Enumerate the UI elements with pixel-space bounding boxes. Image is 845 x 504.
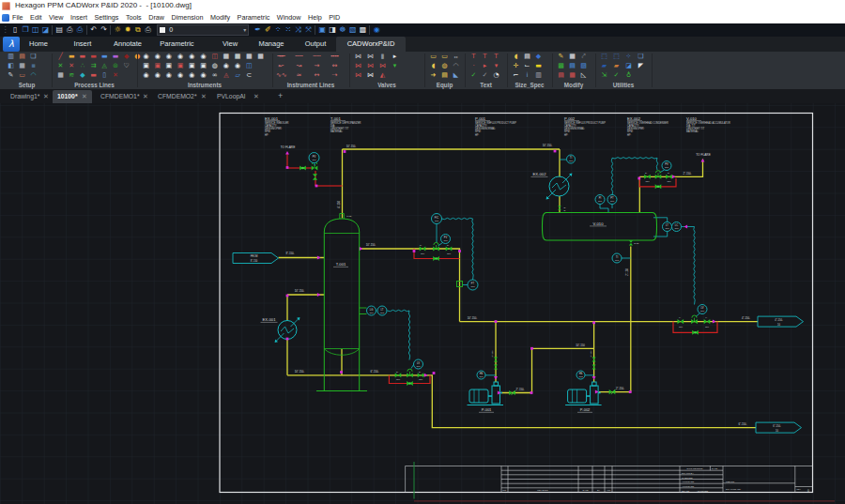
- plot-icon[interactable]: ⎙: [75, 23, 85, 37]
- ribbon-button-size-spec-1-1[interactable]: ⌙: [522, 62, 532, 70]
- ribbon-button-process-lines-0-0[interactable]: ╱: [55, 53, 66, 61]
- layer-on-icon[interactable]: ☼: [113, 23, 123, 37]
- ribbon-button-instruments-0-9[interactable]: ▦: [244, 53, 254, 61]
- print-icon[interactable]: ⎙: [65, 23, 75, 37]
- ribbon-button-instruments-1-3[interactable]: ▣: [176, 62, 186, 70]
- equipment-vessel-v-010[interactable]: V-010: [543, 213, 657, 241]
- edit-polyline-icon[interactable]: ✐: [263, 23, 273, 37]
- ribbon-button-process-lines-2-4[interactable]: ▯: [100, 71, 110, 80]
- ribbon-button-equip-0-0[interactable]: ▭: [428, 53, 438, 61]
- ribbon-button-process-lines-1-1[interactable]: ✕: [67, 62, 77, 70]
- ribbon-button-instruments-1-1[interactable]: ▣: [152, 62, 162, 70]
- valve-gate[interactable]: [446, 246, 453, 251]
- ribbon-button-modify-1-2[interactable]: ▨: [578, 62, 589, 70]
- ribbon-button-valves-1-0[interactable]: ⋈: [353, 62, 363, 70]
- menu-item-pid[interactable]: PID: [329, 12, 340, 23]
- instrument-bubble-lc-100[interactable]: LC100: [672, 222, 682, 232]
- ribbon-button-instruments-1-8[interactable]: ◉: [233, 62, 243, 70]
- instrument-bubble-lg-101[interactable]: LG101: [367, 306, 376, 315]
- chevron-down-icon[interactable]: ▾: [243, 25, 246, 35]
- ribbon-button-valves-0-2[interactable]: ▮: [377, 53, 388, 61]
- valve-glob[interactable]: [407, 381, 413, 386]
- ribbon-button-instrument-lines-0-2[interactable]: ┄┄: [312, 53, 322, 61]
- match-properties-icon[interactable]: ✒: [253, 23, 263, 37]
- ribbon-button-instruments-0-3[interactable]: ◉: [176, 53, 186, 61]
- drawing-canvas-area[interactable]: DWG RECORDDATEDRAWN BYCHECKEDAPPROVEDAPP…: [0, 103, 845, 504]
- valve-ctrl[interactable]: [691, 315, 698, 324]
- ribbon-button-process-lines-2-2[interactable]: ◆: [77, 71, 87, 80]
- sheet-icon[interactable]: ▧: [347, 23, 358, 37]
- ribbon-button-instrument-lines-0-1[interactable]: ╌╌: [294, 53, 304, 61]
- offpage-connector-0[interactable]: FROM8"-150: [233, 253, 279, 264]
- ribbon-tab-parametric[interactable]: Parametric: [154, 37, 200, 52]
- ribbon-button-text-1-1[interactable]: ▸: [480, 62, 490, 70]
- redo-icon[interactable]: ↷: [99, 23, 109, 37]
- ribbon-tab-output[interactable]: Output: [298, 37, 333, 52]
- ribbon-button-process-lines-1-5[interactable]: ⊛: [111, 62, 121, 70]
- ribbon-button-setup-0-0[interactable]: ▥: [6, 53, 16, 61]
- settings-link-icon[interactable]: ☸: [338, 23, 348, 37]
- ribbon-button-setup-2-0[interactable]: ✎: [6, 71, 16, 80]
- instrument-bubble-lt-101[interactable]: LT101: [377, 306, 387, 315]
- ribbon-button-setup-0-1[interactable]: ▤: [17, 53, 27, 61]
- instrument-bubble-lv-100[interactable]: LV100: [698, 305, 707, 314]
- valve-ctrl[interactable]: [655, 171, 662, 179]
- instrument-bubble-fic-101[interactable]: FIC101: [432, 214, 442, 224]
- ribbon-button-valves-2-2[interactable]: ◭: [377, 71, 388, 80]
- ribbon-button-instrument-lines-1-1[interactable]: ↝: [294, 62, 304, 70]
- valve-gate[interactable]: [418, 373, 424, 377]
- ribbon-button-text-2-1[interactable]: ✓: [480, 71, 490, 80]
- ribbon-button-instruments-0-1[interactable]: ◉: [152, 53, 162, 61]
- instrument-bubble-lv-101[interactable]: LV101: [414, 359, 423, 369]
- ribbon-button-size-spec-0-2[interactable]: ◆: [533, 53, 544, 61]
- ribbon-button-valves-0-1[interactable]: ⋈: [365, 53, 376, 61]
- ribbon-button-modify-0-2[interactable]: ⤤: [578, 53, 589, 61]
- process-lines[interactable]: [279, 149, 759, 428]
- valve-glob[interactable]: [433, 256, 439, 261]
- close-tab-icon[interactable]: ✕: [201, 93, 207, 99]
- ribbon-tab-cadworxp-id[interactable]: CADWorxP&ID: [336, 37, 406, 52]
- ribbon-button-text-2-0[interactable]: ✓: [469, 71, 479, 80]
- valve-glob[interactable]: [655, 184, 662, 189]
- menu-item-settings[interactable]: Settings: [94, 12, 118, 23]
- offpage-connector-2[interactable]: 6"-150-10: [756, 422, 802, 433]
- ribbon-button-valves-2-1[interactable]: ⋈: [365, 71, 376, 80]
- ribbon-button-instruments-2-7[interactable]: ◬: [221, 71, 231, 80]
- valve-ctrl[interactable]: [407, 369, 413, 377]
- ribbon-button-utilities-0-3[interactable]: ❏: [636, 53, 646, 61]
- menu-item-insert[interactable]: Insert: [70, 12, 87, 23]
- ribbon-button-size-spec-2-1[interactable]: i: [522, 71, 532, 80]
- ribbon-button-instrument-lines-1-0[interactable]: ↜: [276, 62, 286, 70]
- ribbon-button-instruments-1-2[interactable]: ▣: [163, 62, 174, 70]
- instrument-bubble-pv-100[interactable]: PV100: [662, 161, 671, 171]
- valve-gate[interactable]: [494, 364, 498, 369]
- new-drawing-tab-button[interactable]: +: [278, 92, 283, 100]
- ribbon-tab-annotate[interactable]: Annotate: [106, 37, 149, 52]
- ribbon-button-instruments-1-6[interactable]: ◍: [209, 62, 220, 70]
- application-button[interactable]: λ: [3, 37, 20, 52]
- ribbon-button-size-spec-1-0[interactable]: ✛: [511, 62, 521, 70]
- ribbon-button-text-1-2[interactable]: ▾: [491, 62, 501, 70]
- valve-gate[interactable]: [558, 206, 561, 209]
- ribbon-button-setup-1-0[interactable]: ◧: [6, 62, 16, 70]
- ribbon-button-modify-0-1[interactable]: ▦: [567, 53, 577, 61]
- ribbon-button-process-lines-0-4[interactable]: ▬: [100, 53, 110, 61]
- ribbon-button-process-lines-1-6[interactable]: ♡: [121, 62, 131, 70]
- equipment-pump-p-002[interactable]: P-002: [565, 382, 602, 412]
- layer-plot-icon[interactable]: ⎙: [143, 23, 153, 37]
- ribbon-button-process-lines-1-4[interactable]: ◬: [100, 62, 110, 70]
- save-as-icon[interactable]: ◪: [40, 23, 51, 37]
- drawing-tab-pvloopal-label[interactable]: PVLoopAl: [217, 93, 245, 99]
- ribbon-button-equip-2-2[interactable]: ◣: [451, 71, 461, 80]
- valve-gate[interactable]: [494, 357, 498, 361]
- ribbon-button-modify-1-0[interactable]: ▩: [556, 62, 566, 70]
- ribbon-button-size-spec-2-2[interactable]: ▥: [533, 71, 544, 80]
- ribbon-button-instruments-2-4[interactable]: ◉: [187, 71, 197, 80]
- ribbon-button-setup-2-1[interactable]: ▭: [17, 71, 27, 80]
- move-icon[interactable]: ⤨: [293, 23, 303, 37]
- instrument-signal-lines[interactable]: [315, 158, 700, 375]
- ribbon-button-instrument-lines-0-0[interactable]: ╼╾: [276, 53, 286, 61]
- ribbon-button-equip-1-0[interactable]: ◖: [428, 62, 438, 70]
- ribbon-button-instruments-2-2[interactable]: ◉: [163, 71, 174, 80]
- close-tab-icon[interactable]: ✕: [82, 93, 87, 99]
